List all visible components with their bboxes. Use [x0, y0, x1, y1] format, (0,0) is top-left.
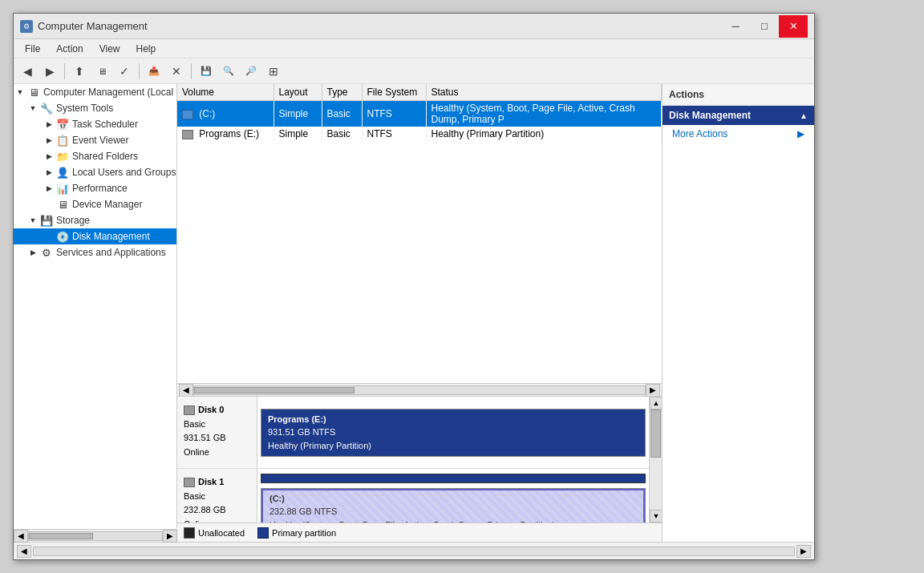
back-button[interactable]: ◀ [17, 61, 38, 82]
scroll-thumb[interactable] [194, 387, 355, 393]
tree-event-viewer[interactable]: ▶ 📋 Event Viewer [14, 132, 176, 148]
tree-services-apps[interactable]: ▶ ⚙ Services and Applications [14, 244, 176, 260]
scroll-left-btn[interactable]: ◀ [179, 384, 193, 397]
search-button[interactable]: 🔍 [218, 61, 239, 82]
disk-1-partitions: (C:) 232.88 GB NTFS Healthy (System, Boo… [257, 469, 649, 523]
tree-performance[interactable]: ▶ 📊 Performance [14, 180, 176, 196]
tree-system-tools[interactable]: ▼ 🔧 System Tools [14, 100, 176, 116]
table-row[interactable]: Programs (E:) Simple Basic NTFS Healthy … [177, 127, 662, 141]
menu-file[interactable]: File [17, 42, 48, 56]
scroll-thumb[interactable] [650, 410, 661, 458]
disk-management-icon: 💿 [55, 230, 70, 243]
disk-icon [184, 406, 195, 415]
local-users-icon: 👤 [55, 166, 70, 179]
actions-more-actions[interactable]: More Actions ▶ [663, 125, 814, 143]
device-manager-icon: 🖥 [55, 198, 70, 211]
title-bar: ⚙ Computer Management ─ □ ✕ [14, 14, 814, 39]
storage-label: Storage [56, 215, 90, 226]
status-scroll-right[interactable]: ▶ [796, 545, 811, 558]
tree-shared-folders[interactable]: ▶ 📁 Shared Folders [14, 148, 176, 164]
tree-device-manager[interactable]: 🖥 Device Manager [14, 196, 176, 212]
tree-local-users[interactable]: ▶ 👤 Local Users and Groups [14, 164, 176, 180]
legend-unallocated: Unallocated [184, 527, 245, 539]
zoom-button[interactable]: 🔎 [241, 61, 261, 82]
menu-view[interactable]: View [91, 42, 128, 56]
volume-icon [182, 130, 193, 139]
col-filesystem[interactable]: File System [362, 84, 426, 101]
tree-disk-management[interactable]: 💿 Disk Management [14, 228, 176, 244]
scroll-track[interactable] [193, 385, 646, 395]
col-volume[interactable]: Volume [177, 84, 274, 101]
disk-icon [184, 478, 195, 487]
local-users-label: Local Users and Groups [72, 167, 176, 178]
disk-vscrollbar[interactable]: ▲ ▼ [649, 397, 662, 523]
disk-0-size: 931.51 GB [184, 431, 250, 446]
shared-folders-label: Shared Folders [72, 151, 138, 162]
scroll-right-btn[interactable]: ▶ [646, 384, 660, 397]
delete-button[interactable]: ✕ [166, 61, 187, 82]
expand-icon[interactable]: ▼ [14, 88, 26, 96]
legend-primary-box [257, 527, 269, 539]
tree-task-scheduler[interactable]: ▶ 📅 Task Scheduler [14, 116, 176, 132]
tree-storage[interactable]: ▼ 💾 Storage [14, 212, 176, 228]
forward-button[interactable]: ▶ [39, 61, 60, 82]
expand-icon[interactable]: ▼ [26, 104, 39, 112]
device-manager-label: Device Manager [72, 199, 142, 210]
menu-action[interactable]: Action [48, 42, 91, 56]
disk-0-status: Online [184, 446, 250, 460]
col-type[interactable]: Type [322, 84, 362, 101]
actions-header: Actions [663, 84, 814, 106]
check-button[interactable]: ✓ [114, 61, 135, 82]
expand-icon[interactable]: ▶ [26, 248, 39, 256]
window-title: Computer Management [38, 20, 148, 32]
minimize-button[interactable]: ─ [721, 15, 750, 38]
save-button[interactable]: 💾 [196, 61, 217, 82]
expand-icon[interactable]: ▶ [43, 120, 55, 128]
services-apps-label: Services and Applications [56, 247, 166, 258]
menu-help[interactable]: Help [128, 42, 164, 56]
window-controls: ─ □ ✕ [721, 15, 808, 38]
expand-icon[interactable]: ▶ [43, 168, 55, 176]
disk-1-type: Basic [184, 490, 250, 504]
export-button[interactable]: 📤 [144, 61, 164, 82]
status-bar: ◀ ▶ [14, 542, 814, 559]
disk-1-system[interactable]: (C:) 232.88 GB NTFS Healthy (System, Boo… [261, 489, 645, 523]
status-scroll-left[interactable]: ◀ [17, 545, 31, 558]
toolbar-sep-1 [64, 63, 65, 79]
show-hide-button[interactable]: 🖥 [91, 61, 112, 82]
table-row[interactable]: (C:) Simple Basic NTFS Healthy (System, … [177, 101, 662, 127]
scroll-down-btn[interactable]: ▼ [650, 510, 662, 523]
services-apps-icon: ⚙ [39, 246, 54, 259]
expand-icon[interactable]: ▶ [43, 136, 55, 144]
disk-0-bar: Programs (E:) 931.51 GB NTFS Healthy (Pr… [261, 409, 646, 457]
grid-button[interactable]: ⊞ [263, 61, 284, 82]
up-button[interactable]: ⬆ [69, 61, 90, 82]
chevron-up-icon: ▲ [800, 111, 808, 120]
tree-root[interactable]: ▼ 🖥 Computer Management (Local [14, 84, 176, 100]
legend-unallocated-label: Unallocated [198, 528, 245, 538]
legend-unallocated-box [184, 527, 195, 539]
expand-icon[interactable]: ▶ [43, 152, 55, 160]
disk-0-primary[interactable]: Programs (E:) 931.51 GB NTFS Healthy (Pr… [261, 410, 645, 456]
disk-1: Disk 1 Basic 232.88 GB Online [177, 469, 649, 523]
status-scroll: ◀ ▶ [17, 545, 811, 558]
disk-management-label: Disk Management [72, 231, 150, 242]
col-status[interactable]: Status [426, 84, 662, 101]
disk-1-name: Disk 1 [184, 475, 250, 490]
table-hscrollbar[interactable]: ◀ ▶ [177, 383, 662, 396]
disk-1-size: 232.88 GB [184, 503, 250, 518]
maximize-button[interactable]: □ [750, 15, 779, 38]
expand-icon[interactable]: ▼ [26, 216, 39, 224]
scroll-up-btn[interactable]: ▲ [650, 397, 662, 410]
close-button[interactable]: ✕ [779, 15, 808, 38]
legend-primary-label: Primary partition [272, 528, 336, 538]
tree-scroll-right[interactable]: ▶ [163, 530, 177, 543]
col-layout[interactable]: Layout [274, 84, 322, 101]
partition-0-size: 931.51 GB NTFS [268, 426, 638, 439]
toolbar-sep-3 [191, 63, 192, 79]
tree-scroll-left[interactable]: ◀ [14, 530, 28, 543]
expand-icon[interactable]: ▶ [43, 184, 55, 192]
scroll-track[interactable] [650, 410, 662, 510]
actions-section-label: Disk Management [669, 110, 751, 121]
actions-disk-management-section[interactable]: Disk Management ▲ [663, 106, 814, 125]
